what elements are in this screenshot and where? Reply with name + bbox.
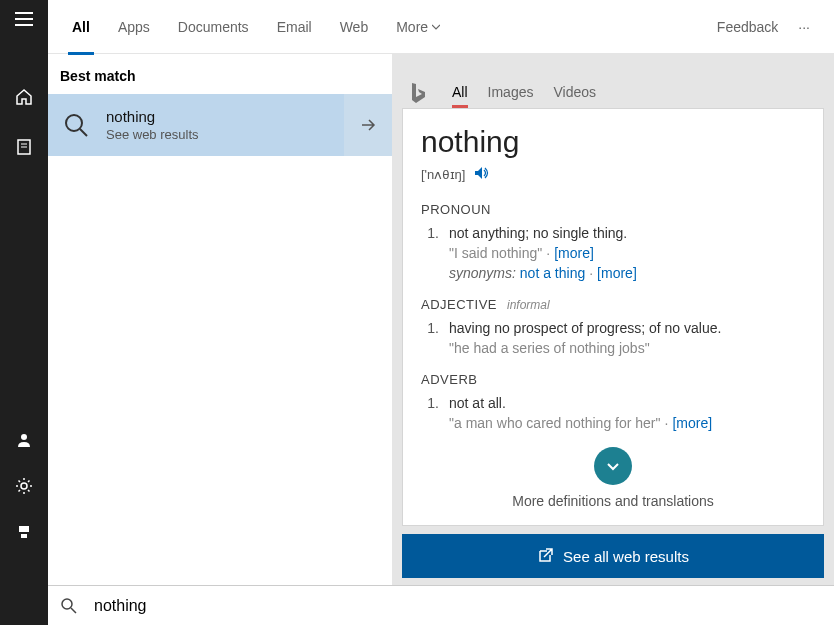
- chevron-down-icon: [605, 458, 621, 474]
- preview-tab-videos[interactable]: Videos: [553, 84, 596, 108]
- pos-adverb: ADVERB: [421, 372, 805, 387]
- search-input[interactable]: [94, 597, 822, 615]
- definition-text: not at all.: [449, 395, 805, 411]
- svg-rect-8: [19, 526, 29, 532]
- preview-tab-images[interactable]: Images: [488, 84, 534, 108]
- dictionary-word: nothing: [421, 125, 805, 159]
- open-external-icon: [537, 548, 553, 564]
- pos-adjective: ADJECTIVE informal: [421, 297, 805, 312]
- tab-apps[interactable]: Apps: [118, 0, 150, 54]
- power-icon[interactable]: [15, 523, 33, 545]
- svg-point-7: [21, 483, 27, 489]
- svg-point-6: [21, 434, 27, 440]
- open-preview-button[interactable]: [344, 94, 392, 156]
- home-icon[interactable]: [15, 88, 33, 110]
- chevron-down-icon: [432, 23, 440, 31]
- svg-point-12: [62, 599, 72, 609]
- tab-web[interactable]: Web: [340, 0, 369, 54]
- pos-pronoun: PRONOUN: [421, 202, 805, 217]
- see-all-results-button[interactable]: See all web results: [402, 534, 824, 578]
- match-title: nothing: [106, 108, 199, 125]
- tab-email[interactable]: Email: [277, 0, 312, 54]
- filter-tabs: All Apps Documents Email Web More Feedba…: [48, 0, 834, 54]
- results-column: Best match nothing See web results: [48, 54, 392, 585]
- preview-panel: All Images Videos nothing ['nʌθɪŋ] PRONO…: [392, 54, 834, 585]
- tab-all[interactable]: All: [72, 0, 90, 54]
- dictionary-card: nothing ['nʌθɪŋ] PRONOUN 1. not anything…: [402, 108, 824, 526]
- more-link[interactable]: [more]: [672, 415, 712, 431]
- search-bar: [48, 585, 834, 625]
- main-area: All Apps Documents Email Web More Feedba…: [48, 0, 834, 625]
- left-sidebar: [0, 0, 48, 625]
- user-icon[interactable]: [15, 431, 33, 453]
- bing-logo-icon: [408, 81, 426, 108]
- expand-button[interactable]: [594, 447, 632, 485]
- definition-text: not anything; no single thing.: [449, 225, 805, 241]
- play-pronunciation-button[interactable]: [473, 165, 489, 184]
- best-match-result[interactable]: nothing See web results: [48, 94, 344, 156]
- more-options-icon[interactable]: ···: [798, 19, 810, 35]
- document-icon[interactable]: [15, 138, 33, 160]
- match-subtitle: See web results: [106, 127, 199, 142]
- pronunciation: ['nʌθɪŋ]: [421, 167, 465, 182]
- settings-icon[interactable]: [15, 477, 33, 499]
- more-link[interactable]: [more]: [597, 265, 637, 281]
- tab-more[interactable]: More: [396, 0, 440, 54]
- search-icon: [56, 105, 96, 145]
- synonym-link[interactable]: not a thing: [520, 265, 585, 281]
- hamburger-icon[interactable]: [15, 10, 33, 32]
- svg-point-10: [66, 115, 82, 131]
- svg-rect-1: [15, 18, 33, 20]
- svg-rect-2: [15, 24, 33, 26]
- feedback-link[interactable]: Feedback: [717, 19, 778, 35]
- arrow-right-icon: [359, 116, 377, 134]
- expand-label: More definitions and translations: [512, 493, 714, 509]
- svg-line-13: [71, 608, 76, 613]
- svg-rect-0: [15, 12, 33, 14]
- search-icon: [60, 597, 78, 615]
- tab-documents[interactable]: Documents: [178, 0, 249, 54]
- more-link[interactable]: [more]: [554, 245, 594, 261]
- svg-rect-9: [21, 534, 27, 538]
- best-match-header: Best match: [48, 54, 392, 94]
- preview-tab-all[interactable]: All: [452, 84, 468, 108]
- definition-text: having no prospect of progress; of no va…: [449, 320, 805, 336]
- svg-line-11: [80, 129, 87, 136]
